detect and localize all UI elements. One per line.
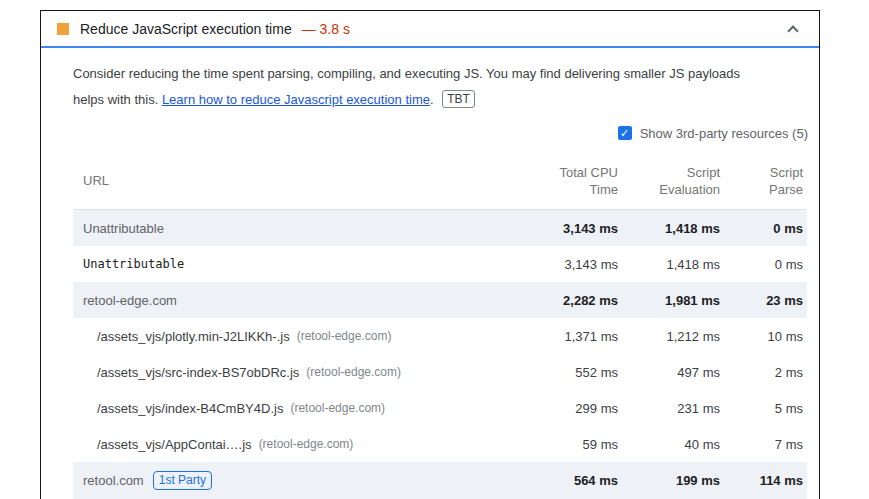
row-url: /assets_vjs/index-B4CmBY4D.js	[97, 401, 283, 416]
table-row: retool.com1st Party564 ms199 ms114 ms	[73, 462, 807, 499]
table-body: Unattributable3,143 ms1,418 ms0 msUnattr…	[73, 210, 807, 499]
description-suffix: .	[430, 92, 434, 107]
first-party-badge: 1st Party	[153, 471, 212, 490]
url-cell: /assets_vjs/AppContai….js(retool-edge.co…	[73, 437, 528, 452]
column-header-total-cpu-time: Total CPU Time	[528, 152, 618, 209]
total-cpu-time-cell: 2,282 ms	[528, 293, 618, 308]
description-line2-prefix: helps with this.	[73, 92, 162, 107]
script-parse-cell: 23 ms	[720, 293, 807, 308]
row-origin: (retool-edge.com)	[297, 329, 392, 343]
column-header-script-parse: Script Parse	[720, 152, 807, 209]
description-line1: Consider reducing the time spent parsing…	[73, 61, 808, 87]
learn-more-link[interactable]: Learn how to reduce Javascript execution…	[162, 92, 430, 107]
url-cell: Unattributable	[73, 221, 528, 236]
resources-table: URL Total CPU Time Script Evaluation Scr…	[73, 152, 807, 499]
audit-display-value: — 3.8 s	[302, 21, 350, 37]
tbt-badge: TBT	[442, 90, 475, 108]
script-parse-cell: 10 ms	[720, 329, 807, 344]
url-cell: retool.com1st Party	[73, 471, 528, 490]
table-row: retool-edge.com2,282 ms1,981 ms23 ms	[73, 282, 807, 318]
total-cpu-time-cell: 1,371 ms	[528, 329, 618, 344]
url-cell: /assets_vjs/src-index-BS7obDRc.js(retool…	[73, 365, 528, 380]
row-url: Unattributable	[83, 221, 164, 236]
url-cell: Unattributable	[73, 257, 528, 271]
column-header-script-evaluation: Script Evaluation	[618, 152, 720, 209]
row-origin: (retool-edge.com)	[259, 437, 354, 451]
script-evaluation-cell: 1,212 ms	[618, 329, 720, 344]
total-cpu-time-cell: 299 ms	[528, 401, 618, 416]
total-cpu-time-cell: 3,143 ms	[528, 257, 618, 272]
description-line2: helps with this. Learn how to reduce Jav…	[73, 87, 808, 113]
script-evaluation-cell: 1,418 ms	[618, 221, 720, 236]
audit-description: Consider reducing the time spent parsing…	[73, 61, 808, 113]
third-party-checkbox[interactable]: ✓	[618, 126, 632, 140]
total-cpu-time-cell: 564 ms	[528, 473, 618, 488]
collapse-button[interactable]	[783, 18, 805, 40]
table-row: Unattributable3,143 ms1,418 ms0 ms	[73, 246, 807, 282]
total-cpu-time-cell: 552 ms	[528, 365, 618, 380]
row-url: retool.com	[83, 473, 144, 488]
audit-header[interactable]: Reduce JavaScript execution time — 3.8 s	[41, 11, 819, 48]
script-parse-cell: 7 ms	[720, 437, 807, 452]
table-row: /assets_vjs/AppContai….js(retool-edge.co…	[73, 426, 807, 462]
script-evaluation-cell: 40 ms	[618, 437, 720, 452]
url-cell: /assets_vjs/plotly.min-J2LIKKh-.js(retoo…	[73, 329, 528, 344]
url-cell: retool-edge.com	[73, 293, 528, 308]
script-evaluation-cell: 231 ms	[618, 401, 720, 416]
row-url: retool-edge.com	[83, 293, 177, 308]
audit-content: Consider reducing the time spent parsing…	[41, 48, 819, 499]
script-parse-cell: 2 ms	[720, 365, 807, 380]
row-url: Unattributable	[83, 257, 184, 271]
row-url: /assets_vjs/src-index-BS7obDRc.js	[97, 365, 299, 380]
table-header-row: URL Total CPU Time Script Evaluation Scr…	[73, 152, 807, 210]
audit-panel: Reduce JavaScript execution time — 3.8 s…	[40, 10, 820, 499]
script-evaluation-cell: 1,418 ms	[618, 257, 720, 272]
script-evaluation-cell: 1,981 ms	[618, 293, 720, 308]
column-header-url: URL	[73, 152, 528, 209]
table-row: /assets_vjs/plotly.min-J2LIKKh-.js(retoo…	[73, 318, 807, 354]
chevron-up-icon	[787, 25, 798, 36]
total-cpu-time-cell: 3,143 ms	[528, 221, 618, 236]
script-parse-cell: 0 ms	[720, 257, 807, 272]
third-party-filter-row: ✓ Show 3rd-party resources (5)	[73, 125, 808, 141]
row-origin: (retool-edge.com)	[290, 401, 385, 415]
table-row: /assets_vjs/src-index-BS7obDRc.js(retool…	[73, 354, 807, 390]
row-origin: (retool-edge.com)	[306, 365, 401, 379]
row-url: /assets_vjs/plotly.min-J2LIKKh-.js	[97, 329, 290, 344]
row-url: /assets_vjs/AppContai….js	[97, 437, 252, 452]
total-cpu-time-cell: 59 ms	[528, 437, 618, 452]
script-evaluation-cell: 497 ms	[618, 365, 720, 380]
table-row: /assets_vjs/index-B4CmBY4D.js(retool-edg…	[73, 390, 807, 426]
severity-square-icon	[57, 23, 69, 35]
script-evaluation-cell: 199 ms	[618, 473, 720, 488]
audit-title: Reduce JavaScript execution time	[80, 21, 292, 37]
script-parse-cell: 114 ms	[720, 473, 807, 488]
url-cell: /assets_vjs/index-B4CmBY4D.js(retool-edg…	[73, 401, 528, 416]
script-parse-cell: 0 ms	[720, 221, 807, 236]
script-parse-cell: 5 ms	[720, 401, 807, 416]
third-party-checkbox-label[interactable]: Show 3rd-party resources (5)	[640, 126, 808, 141]
table-row: Unattributable3,143 ms1,418 ms0 ms	[73, 210, 807, 246]
